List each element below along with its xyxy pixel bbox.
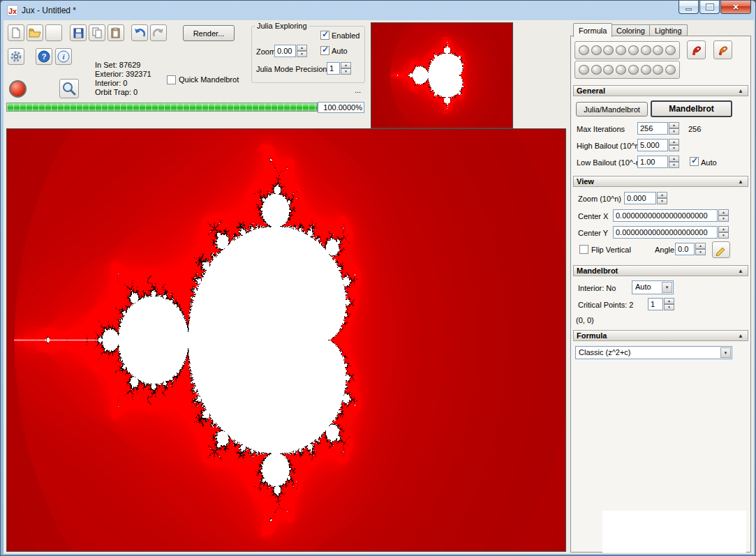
spinner-up-icon[interactable]: ▲ [718, 226, 729, 232]
dropdown-arrow-icon[interactable]: ▼ [662, 282, 672, 293]
center-y-spinner[interactable]: ▲▼ [718, 226, 729, 239]
low-bailout-input[interactable] [637, 156, 668, 168]
spinner-down-icon[interactable]: ▼ [669, 162, 679, 168]
spinner-down-icon[interactable]: ▼ [669, 128, 679, 135]
close-button[interactable]: ✕ [720, 1, 751, 14]
gradient-node-button[interactable] [665, 65, 676, 75]
gradient-node-button[interactable] [616, 45, 626, 55]
gradient-node-button[interactable] [665, 45, 676, 55]
record-button[interactable] [9, 80, 27, 98]
new-button[interactable] [8, 24, 24, 41]
spinner-up-icon[interactable]: ▲ [341, 62, 351, 68]
julia-zoom-spinner[interactable]: ▲▼ [297, 45, 307, 57]
tab-formula[interactable]: Formula [573, 23, 612, 37]
collapse-arrow-icon[interactable]: ▲ [738, 333, 743, 339]
spinner-up-icon[interactable]: ▲ [664, 298, 674, 304]
save-button[interactable] [70, 24, 87, 41]
spinner-down-icon[interactable]: ▼ [297, 51, 307, 57]
formula-dropdown[interactable]: Classic (z^2+c) ▼ [575, 346, 732, 359]
spinner-down-icon[interactable]: ▼ [695, 249, 706, 255]
render-button[interactable]: Render... [183, 25, 235, 41]
max-iterations-spinner[interactable]: ▲▼ [669, 122, 679, 135]
collapse-arrow-icon[interactable]: ▲ [738, 179, 743, 185]
julia-enabled-checkbox[interactable] [320, 31, 329, 40]
blank-button[interactable] [45, 24, 62, 41]
view-section-header[interactable]: View ▲ [573, 176, 748, 187]
gradient-node-button[interactable] [591, 45, 602, 55]
settings-button[interactable] [8, 48, 24, 65]
view-zoom-input[interactable] [624, 192, 656, 204]
spinner-up-icon[interactable]: ▲ [695, 243, 706, 249]
julia-precision-input[interactable] [327, 62, 340, 75]
gradient-node-button[interactable] [603, 45, 614, 55]
dropdown-arrow-icon[interactable]: ▼ [720, 347, 731, 358]
general-section-header[interactable]: General ▲ [573, 85, 748, 96]
formula-section-header[interactable]: Formula ▲ [573, 330, 748, 341]
tab-coloring[interactable]: Coloring [611, 24, 651, 36]
zoom-tool-button[interactable] [59, 79, 79, 98]
gradient-node-button[interactable] [603, 65, 614, 75]
critical-points-spinner[interactable]: ▲▼ [664, 298, 674, 310]
edit-angle-button[interactable] [712, 241, 730, 258]
spinner-down-icon[interactable]: ▼ [718, 232, 729, 239]
quick-mandelbrot-checkbox[interactable] [167, 75, 176, 84]
info-button[interactable]: i [55, 48, 72, 65]
spinner-up-icon[interactable]: ▲ [657, 192, 667, 198]
collapse-arrow-icon[interactable]: ▲ [738, 268, 743, 274]
gradient-node-button[interactable] [628, 65, 639, 75]
copy-button[interactable] [89, 24, 105, 41]
angle-spinner[interactable]: ▲▼ [695, 243, 706, 255]
gradient-node-button[interactable] [591, 65, 602, 75]
spinner-down-icon[interactable]: ▼ [669, 145, 679, 151]
mandelbrot-section-header[interactable]: Mandelbrot ▲ [573, 265, 748, 276]
center-x-spinner[interactable]: ▲▼ [718, 209, 729, 222]
gradient-node-button[interactable] [616, 65, 626, 75]
more-button[interactable]: ... [355, 86, 361, 94]
tab-lighting[interactable]: Lighting [649, 24, 688, 36]
spinner-up-icon[interactable]: ▲ [669, 139, 679, 145]
center-y-input[interactable] [613, 226, 718, 239]
help-button[interactable]: ? [36, 48, 52, 65]
spinner-up-icon[interactable]: ▲ [669, 122, 679, 128]
low-bailout-spinner[interactable]: ▲▼ [669, 156, 679, 168]
dye-orange-button[interactable] [713, 40, 732, 59]
julia-mandelbrot-button[interactable]: Julia/Mandelbrot [576, 102, 648, 117]
spinner-down-icon[interactable]: ▼ [657, 198, 667, 204]
julia-preview-canvas[interactable] [371, 23, 512, 128]
interior-dropdown[interactable]: Auto ▼ [632, 280, 674, 294]
center-x-input[interactable] [613, 209, 718, 222]
gradient-node-button[interactable] [653, 45, 663, 55]
flip-vertical-checkbox[interactable] [579, 245, 588, 254]
spinner-down-icon[interactable]: ▼ [341, 68, 351, 75]
julia-precision-spinner[interactable]: ▲▼ [341, 62, 351, 75]
paste-button[interactable] [108, 24, 124, 41]
undo-button[interactable] [131, 24, 148, 41]
gradient-node-button[interactable] [653, 65, 663, 75]
max-iterations-input[interactable] [637, 122, 668, 135]
collapse-arrow-icon[interactable]: ▲ [738, 88, 743, 94]
gradient-node-button[interactable] [641, 45, 651, 55]
gradient-node-button[interactable] [641, 65, 651, 75]
angle-input[interactable] [675, 243, 695, 255]
spinner-up-icon[interactable]: ▲ [297, 45, 307, 51]
high-bailout-input[interactable] [637, 139, 668, 151]
low-bailout-auto-checkbox[interactable] [690, 157, 699, 166]
gradient-node-button[interactable] [628, 45, 639, 55]
dye-red-button[interactable] [687, 40, 706, 59]
view-zoom-spinner[interactable]: ▲▼ [657, 192, 667, 204]
mandelbrot-button[interactable]: Mandelbrot [651, 100, 732, 117]
gradient-node-button[interactable] [579, 45, 589, 55]
minimize-button[interactable] [679, 1, 699, 14]
spinner-down-icon[interactable]: ▼ [664, 304, 674, 310]
spinner-up-icon[interactable]: ▲ [718, 209, 729, 216]
spinner-up-icon[interactable]: ▲ [669, 156, 679, 162]
open-button[interactable] [27, 24, 43, 41]
spinner-down-icon[interactable]: ▼ [718, 216, 729, 222]
maximize-button[interactable] [699, 1, 720, 14]
gradient-node-button[interactable] [579, 65, 589, 75]
critical-points-input[interactable] [648, 298, 663, 310]
fractal-view-canvas[interactable] [7, 129, 565, 551]
redo-button[interactable] [150, 24, 167, 41]
julia-zoom-input[interactable] [274, 45, 296, 57]
high-bailout-spinner[interactable]: ▲▼ [669, 139, 679, 151]
